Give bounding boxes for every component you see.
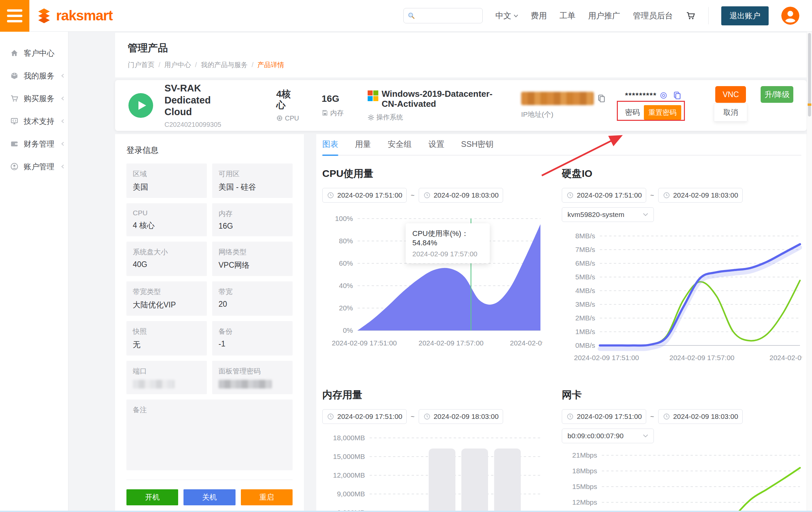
tab-2[interactable]: 用量 [355,134,371,155]
info-tile-value: 美国 - 硅谷 [219,182,286,192]
chart-tooltip: CPU使用率(%)： 54.84%2024-02-09 17:57:00 [406,223,490,263]
panel-password-redacted [219,380,272,389]
breadcrumb-item-1[interactable]: 门户首页 [128,60,154,69]
page-header-card: 管理产品 门户首页/用户中心/我的产品与服务/产品详情 [115,33,807,78]
sidebar-item-2[interactable]: 我的服务 [0,68,68,83]
vnc-button[interactable]: VNC [715,86,746,103]
sidebar-item-3[interactable]: 购买服务 [0,91,68,106]
date-separator: ~ [411,413,415,421]
svg-text:12,000MB: 12,000MB [333,471,365,479]
sidebar-item-6[interactable]: 账户管理 [0,159,68,174]
select-nic[interactable]: b0:09:c0:00:07:90 [562,429,654,443]
date-end-input-cpu[interactable]: 2024-02-09 18:03:00 [419,188,503,203]
date-value: 2024-02-09 17:51:00 [337,191,402,199]
menu-billing[interactable]: 费用 [531,10,547,21]
search-input[interactable] [418,12,478,20]
cancel-menu-item[interactable]: 取消 [714,104,747,121]
menu-language[interactable]: 中文 [495,10,518,21]
sidebar-item-5[interactable]: 财务管理 [0,137,68,151]
cart-icon[interactable] [686,11,696,21]
menu-referral[interactable]: 用户推广 [588,10,620,21]
tab-3[interactable]: 安全组 [388,134,412,155]
info-tile-value: 美国 [133,182,201,192]
svg-text:3MB/s: 3MB/s [575,301,595,308]
chart-svg-nic[interactable]: 21Mbps18Mbps15Mbps12Mbps [562,449,802,512]
svg-text:0MB/s: 0MB/s [575,341,595,349]
date-start-input-nic[interactable]: 2024-02-09 17:51:00 [562,409,646,424]
tab-5[interactable]: SSH密钥 [461,134,493,155]
date-start-input-cpu[interactable]: 2024-02-09 17:51:00 [322,188,407,203]
tab-1[interactable]: 图表 [322,134,338,155]
breadcrumb-item-2[interactable]: 用户中心 [165,60,191,69]
date-end-input-nic[interactable]: 2024-02-09 18:03:00 [658,409,743,424]
search-box[interactable] [403,8,483,23]
sidebar-item-label: 客户中心 [24,48,54,58]
date-end-input-disk[interactable]: 2024-02-09 18:03:00 [658,188,743,203]
menu-admin[interactable]: 管理员后台 [633,10,673,21]
annotation-red-box [617,101,685,121]
sidebar-item-label: 我的服务 [24,71,54,81]
info-tile-11: 端口 [126,361,207,394]
date-range-disk: 2024-02-09 17:51:00~2024-02-09 18:03:00 [562,188,802,203]
date-end-input-mem[interactable]: 2024-02-09 18:03:00 [419,409,503,424]
scrollbar-find-marker [808,104,811,106]
action-button-1[interactable]: 开机 [126,489,178,505]
svg-text:2024-02-09 18:03:00: 2024-02-09 18:03:00 [770,354,802,362]
chevron-down-icon [643,213,648,216]
select-disk[interactable]: kvm59820-system [562,207,654,222]
info-tile-label: 可用区 [219,169,286,178]
svg-text:2024-02-09 17:57:00: 2024-02-09 17:57:00 [670,354,734,362]
svg-text:100%: 100% [335,215,353,222]
sidebar-item-label: 账户管理 [24,162,54,172]
logout-button[interactable]: 退出账户 [721,6,768,25]
svg-text:20%: 20% [339,304,353,312]
sidebar-item-4[interactable]: 技术支持 [0,114,68,129]
show-password-eye-icon[interactable] [660,91,668,99]
breadcrumb-separator: / [252,61,254,69]
svg-text:80%: 80% [339,237,353,245]
date-start-input-mem[interactable]: 2024-02-09 17:51:00 [322,409,407,424]
product-cpu-label: CPU [285,114,299,122]
breadcrumb-item-3[interactable]: 我的产品与服务 [201,60,248,69]
hamburger-menu-button[interactable] [0,0,29,32]
date-separator: ~ [650,413,654,421]
vertical-scrollbar[interactable] [807,32,812,512]
chart-svg-mem[interactable]: 18,000MB15,000MB12,000MB9,000MB6,000MB [322,430,543,512]
avatar[interactable] [781,7,799,25]
date-separator: ~ [650,192,654,199]
chart-svg-disk[interactable]: 8MB/s7MB/s6MB/s5MB/s4MB/s3MB/s2MB/s1MB/s… [562,228,802,368]
copy-ip-icon[interactable] [597,94,606,103]
brand-name: raksmart [56,8,112,24]
info-tile-label: 端口 [133,367,201,376]
date-start-input-disk[interactable]: 2024-02-09 17:51:00 [562,188,646,203]
brand-logo[interactable]: raksmart [35,7,112,24]
user-icon [10,162,19,171]
date-range-cpu: 2024-02-09 17:51:00~2024-02-09 18:03:00 [322,188,543,203]
info-tile-value: 大陆优化VIP [133,300,201,310]
info-tile-value: 16G [219,222,286,231]
menu-tickets[interactable]: 工单 [559,10,576,21]
chevron-left-icon [61,164,64,169]
upgrade-downgrade-button[interactable]: 升/降级 [761,86,793,103]
copy-password-icon[interactable] [673,91,682,100]
note-tile: 备注 [126,400,293,470]
svg-text:12Mbps: 12Mbps [572,498,597,506]
info-tile-value: VPC网络 [219,260,286,271]
info-tile-10: 备份-1 [212,321,293,355]
action-button-2[interactable]: 关机 [183,489,235,505]
date-value: 2024-02-09 18:03:00 [434,413,499,421]
info-tile-label: 区域 [133,169,201,178]
chevron-left-icon [61,74,64,78]
chart-canvas-disk: 8MB/s7MB/s6MB/s5MB/s4MB/s3MB/s2MB/s1MB/s… [562,228,802,368]
svg-text:40%: 40% [339,282,353,289]
breadcrumb-separator: / [195,61,197,69]
date-value: 2024-02-09 18:03:00 [434,191,499,199]
action-button-3[interactable]: 重启 [241,489,293,505]
clock-icon [424,192,430,199]
product-summary-card: SV-RAK Dedicated Cloud C20240210099305 4… [115,80,807,131]
chip-icon [276,115,283,121]
sidebar-item-1[interactable]: 客户中心 [0,46,68,60]
support-icon [10,117,19,125]
tab-4[interactable]: 设置 [428,134,444,155]
page-title: 管理产品 [128,41,794,55]
